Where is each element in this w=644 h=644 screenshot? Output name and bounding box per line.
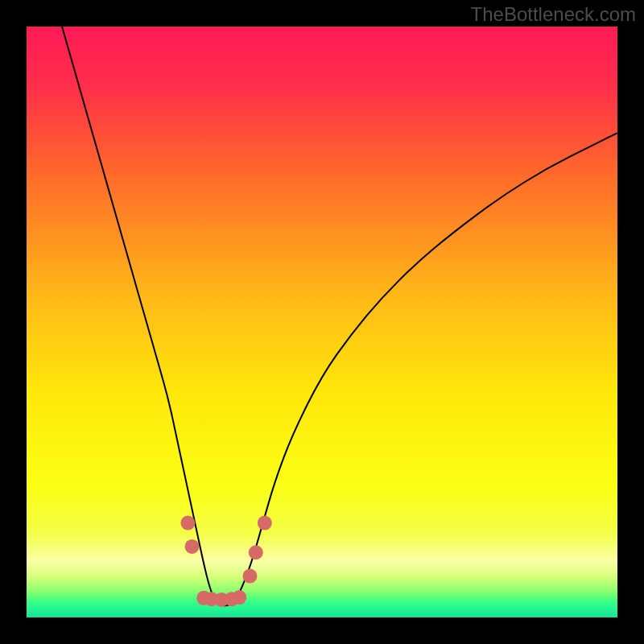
watermark-text: TheBottleneck.com [471, 3, 636, 26]
chart-frame: TheBottleneck.com [0, 0, 644, 644]
highlight-dot [258, 516, 272, 530]
highlight-dot [185, 539, 200, 554]
plot-area [27, 27, 617, 617]
bottleneck-chart [27, 27, 617, 617]
highlight-dot [180, 516, 195, 530]
highlight-dot [249, 545, 263, 559]
highlight-dot [232, 590, 246, 605]
highlight-dot [242, 569, 257, 584]
gradient-background [27, 27, 617, 617]
